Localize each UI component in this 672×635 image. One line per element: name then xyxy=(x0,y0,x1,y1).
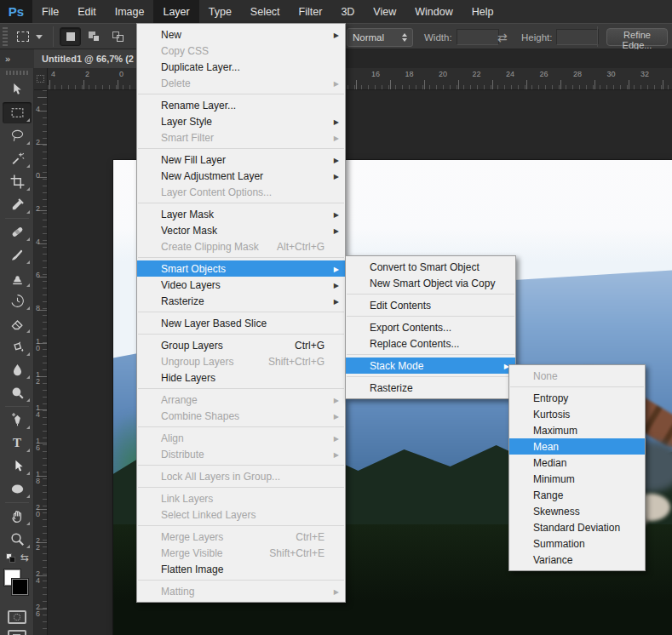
stack-mode-menu-item-entropy[interactable]: Entropy xyxy=(509,390,645,406)
layer-menu-item-new-fill-layer[interactable]: New Fill Layer▶ xyxy=(137,152,345,168)
ruler-origin-box[interactable] xyxy=(34,68,48,90)
blur-tool[interactable] xyxy=(0,358,34,381)
layer-menu-item-group-layers[interactable]: Group LayersCtrl+G xyxy=(137,337,345,353)
smart-objects-menu-item-stack-mode[interactable]: Stack Mode▶ xyxy=(346,358,515,374)
pen-tool[interactable] xyxy=(0,409,34,432)
path-selection-tool-icon xyxy=(9,458,26,474)
smart-objects-menu-item-edit-contents[interactable]: Edit Contents xyxy=(346,297,515,313)
eyedropper-tool[interactable] xyxy=(0,193,34,216)
stack-mode-menu-item-mean[interactable]: Mean xyxy=(509,438,645,455)
swap-width-height-icon[interactable]: ⇄ xyxy=(497,31,508,44)
swap-colors-icon[interactable]: ⇆ xyxy=(20,552,29,563)
layer-menu-item-hide-layers[interactable]: Hide Layers xyxy=(137,369,345,386)
layer-menu-item-flatten-image[interactable]: Flatten Image xyxy=(137,561,345,577)
dodge-tool[interactable] xyxy=(0,381,34,404)
rectangular-marquee-tool[interactable] xyxy=(0,101,34,124)
layer-menu-item-new-layer-based-slice[interactable]: New Layer Based Slice xyxy=(137,315,345,331)
brush-tool[interactable] xyxy=(0,243,34,266)
vertical-ruler[interactable]: 420246810121416182022242628 xyxy=(34,90,48,635)
menubar-item-edit[interactable]: Edit xyxy=(68,0,106,23)
menubar-item-type[interactable]: Type xyxy=(199,0,241,23)
smart-objects-menu-item-rasterize[interactable]: Rasterize xyxy=(346,380,515,396)
layer-menu-item-select-linked-layers: Select Linked Layers xyxy=(137,506,345,523)
tool-preset-picker[interactable] xyxy=(17,29,51,44)
magic-wand-tool[interactable] xyxy=(0,147,34,170)
menubar-item-file[interactable]: File xyxy=(32,0,68,23)
new-selection-button[interactable] xyxy=(60,27,81,46)
history-brush-tool[interactable] xyxy=(0,289,34,312)
stack-mode-menu-item-skewness[interactable]: Skewness xyxy=(509,503,645,519)
layer-menu-item-video-layers[interactable]: Video Layers▶ xyxy=(137,277,345,293)
stack-mode-menu-item-range[interactable]: Range xyxy=(509,487,645,503)
crop-tool[interactable] xyxy=(0,170,34,193)
move-tool-icon xyxy=(9,82,26,98)
spot-healing-brush-tool[interactable] xyxy=(0,220,34,243)
paint-bucket-tool-icon xyxy=(9,339,26,355)
vruler-label: 12 xyxy=(36,371,43,385)
layer-menu-item-rename-layer[interactable]: Rename Layer... xyxy=(137,97,345,113)
options-bar-grip[interactable] xyxy=(3,27,8,46)
menubar-item-view[interactable]: View xyxy=(364,0,405,23)
layer-menu-item-layer-mask[interactable]: Layer Mask▶ xyxy=(137,206,345,222)
layer-menu-item-new[interactable]: New▶ xyxy=(137,26,345,43)
paint-bucket-tool[interactable] xyxy=(0,335,34,358)
tools-panel: T ⇆ xyxy=(0,68,34,635)
eyedropper-tool-icon xyxy=(9,197,26,213)
eraser-tool[interactable] xyxy=(0,312,34,335)
move-tool[interactable] xyxy=(0,78,34,101)
width-input[interactable] xyxy=(457,29,499,45)
hand-tool-icon xyxy=(9,508,26,524)
vruler-label: 4 xyxy=(36,238,43,245)
tools-group-divider xyxy=(5,218,29,219)
menubar-item-window[interactable]: Window xyxy=(405,0,462,23)
submenu-arrow-icon: ▶ xyxy=(334,396,339,403)
layer-menu-item-vector-mask[interactable]: Vector Mask▶ xyxy=(137,222,345,238)
smart-objects-menu-item-replace-contents[interactable]: Replace Contents... xyxy=(346,335,515,352)
layer-menu-shortcut-ungroup-layers: Shift+Ctrl+G xyxy=(268,356,325,368)
pen-tool-icon xyxy=(9,412,26,428)
background-color-swatch[interactable] xyxy=(12,579,28,595)
smart-objects-menu-item-export-contents[interactable]: Export Contents... xyxy=(346,319,515,335)
panel-collapse-button[interactable]: » xyxy=(0,49,34,68)
photoshop-window: Ps FileEditImageLayerTypeSelectFilter3DV… xyxy=(0,0,672,635)
menubar-item-3d[interactable]: 3D xyxy=(331,0,364,23)
ellipse-tool[interactable] xyxy=(0,478,34,501)
layer-menu-item-rasterize[interactable]: Rasterize▶ xyxy=(137,293,345,309)
lasso-tool[interactable] xyxy=(0,124,34,147)
menubar-item-filter[interactable]: Filter xyxy=(290,0,332,23)
layer-menu-item-duplicate-layer[interactable]: Duplicate Layer... xyxy=(137,59,345,75)
double-chevron-right-icon: » xyxy=(5,54,9,64)
tools-panel-grip[interactable] xyxy=(6,71,28,75)
document-tab[interactable]: Untitled1 @ 66,7% (2 xyxy=(34,49,146,68)
clone-stamp-tool[interactable] xyxy=(0,266,34,289)
stack-mode-menu-item-variance[interactable]: Variance xyxy=(509,552,645,568)
stack-mode-menu-item-minimum[interactable]: Minimum xyxy=(509,471,645,487)
menubar-item-select[interactable]: Select xyxy=(241,0,290,23)
height-input[interactable] xyxy=(556,29,599,45)
menubar-item-image[interactable]: Image xyxy=(106,0,154,23)
menubar-item-layer[interactable]: Layer xyxy=(153,0,198,23)
refine-edge-button[interactable]: Refine Edge... xyxy=(606,28,668,46)
subtract-from-selection-button[interactable] xyxy=(107,27,129,46)
quick-mask-button[interactable] xyxy=(8,610,26,624)
layer-menu-item-new-adjustment-layer[interactable]: New Adjustment Layer▶ xyxy=(137,168,345,184)
layer-menu: New▶Copy CSSDuplicate Layer...Delete▶Ren… xyxy=(136,23,346,603)
menubar-item-help[interactable]: Help xyxy=(462,0,503,23)
stack-mode-menu-item-kurtosis[interactable]: Kurtosis xyxy=(509,406,645,422)
stack-mode-menu-item-median[interactable]: Median xyxy=(509,455,645,471)
smart-objects-menu-item-new-smart-object-via-copy[interactable]: New Smart Object via Copy xyxy=(346,275,515,291)
smart-objects-menu-item-convert-to-smart-object[interactable]: Convert to Smart Object xyxy=(346,259,515,275)
hand-tool[interactable] xyxy=(0,505,34,528)
zoom-tool[interactable] xyxy=(0,528,34,551)
type-tool[interactable]: T xyxy=(0,432,34,455)
add-to-selection-button[interactable] xyxy=(83,27,105,46)
layer-menu-item-smart-objects[interactable]: Smart Objects▶ xyxy=(137,260,345,277)
blend-mode-select[interactable]: Normal xyxy=(347,28,413,47)
stack-mode-menu-item-maximum[interactable]: Maximum xyxy=(509,422,645,438)
submenu-arrow-icon: ▶ xyxy=(334,434,339,442)
stack-mode-menu-item-summation[interactable]: Summation xyxy=(509,535,645,552)
layer-menu-item-layer-style[interactable]: Layer Style▶ xyxy=(137,113,345,129)
screen-mode-button[interactable] xyxy=(8,630,26,635)
path-selection-tool[interactable] xyxy=(0,455,34,478)
stack-mode-menu-item-standard-deviation[interactable]: Standard Deviation xyxy=(509,519,645,535)
